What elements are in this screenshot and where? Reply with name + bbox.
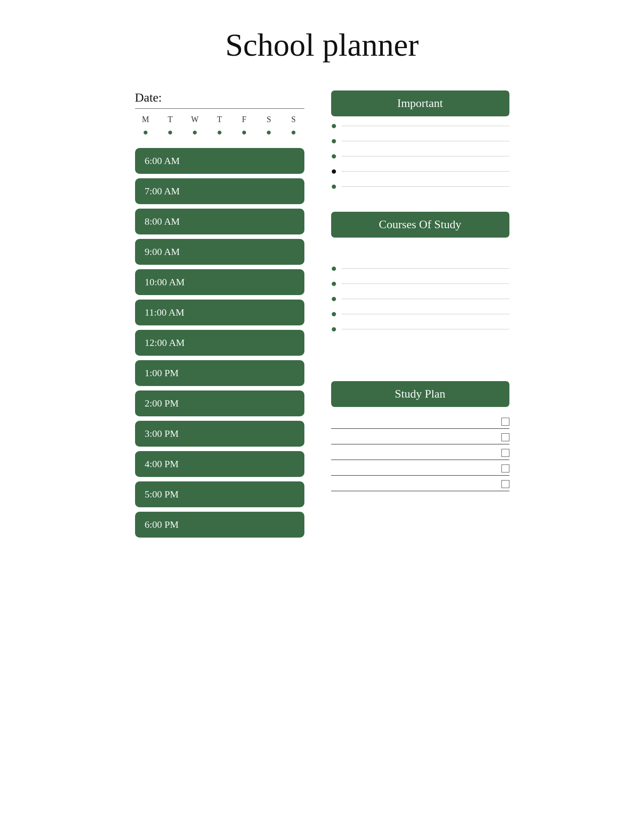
important-bullet-2: ● <box>331 136 509 146</box>
dot-m[interactable] <box>137 127 155 137</box>
bullet-dot-5: ● <box>331 181 337 191</box>
dot-s2[interactable] <box>284 127 302 137</box>
time-slot-600pm: 6:00 PM <box>135 512 304 538</box>
important-bullets: ● ● ● ● ● <box>331 121 509 191</box>
bullet-dot-1: ● <box>331 121 337 131</box>
time-slot-400pm: 4:00 PM <box>135 451 304 477</box>
week-dots <box>135 127 304 137</box>
course-bullet-1: ● <box>331 263 509 273</box>
time-slots: 6:00 AM 7:00 AM 8:00 AM 9:00 AM 10:00 AM… <box>135 148 304 538</box>
bullet-dot-3: ● <box>331 151 337 161</box>
date-label: Date: <box>135 90 304 105</box>
time-slot-1200am: 12:00 AM <box>135 330 304 356</box>
course-dot-2: ● <box>331 279 337 288</box>
course-bullet-3: ● <box>331 294 509 304</box>
time-slot-700am: 7:00 AM <box>135 178 304 204</box>
bullet-line-5 <box>341 186 509 187</box>
time-slot-500pm: 5:00 PM <box>135 481 304 507</box>
courses-header: Courses Of Study <box>331 212 509 238</box>
course-dot-3: ● <box>331 294 337 304</box>
course-line-5 <box>341 329 509 329</box>
time-slot-200pm: 2:00 PM <box>135 390 304 416</box>
weekday-s2: S <box>284 115 302 124</box>
time-slot-600am: 6:00 AM <box>135 148 304 174</box>
left-column: Date: M T W T F S S 6:00 AM <box>135 90 304 538</box>
important-bullet-4: ● <box>331 166 509 176</box>
middle-spacer <box>331 354 509 372</box>
important-bullet-5: ● <box>331 181 509 191</box>
weekday-w: W <box>186 115 204 124</box>
courses-bullets: ● ● ● ● ● <box>331 263 509 334</box>
date-divider <box>135 108 304 109</box>
course-line-2 <box>341 283 509 284</box>
bullet-line-4 <box>341 171 509 172</box>
study-plan-item-4 <box>331 460 509 476</box>
bullet-dot-2: ● <box>331 136 337 146</box>
dot-t2[interactable] <box>210 127 228 137</box>
course-dot-4: ● <box>331 309 337 319</box>
study-plan-items <box>331 413 509 491</box>
page-container: School planner Date: M T W T F S S <box>108 0 536 573</box>
study-plan-section: Study Plan <box>331 381 509 491</box>
course-bullet-2: ● <box>331 279 509 288</box>
time-slot-1000am: 10:00 AM <box>135 269 304 295</box>
study-plan-checkbox-2[interactable] <box>501 433 509 441</box>
bullet-dot-4: ● <box>331 166 337 176</box>
courses-section: Courses Of Study ● ● ● <box>331 212 509 341</box>
time-slot-900am: 9:00 AM <box>135 239 304 265</box>
weekday-t1: T <box>161 115 179 124</box>
main-layout: Date: M T W T F S S 6:00 AM <box>135 90 509 538</box>
study-plan-checkbox-5[interactable] <box>501 480 509 488</box>
bullet-line-1 <box>341 126 509 126</box>
bullet-line-2 <box>341 141 509 141</box>
courses-spacer <box>331 242 509 255</box>
weekday-s1: S <box>260 115 278 124</box>
dot-f[interactable] <box>235 127 253 137</box>
course-bullet-5: ● <box>331 324 509 334</box>
weekday-f: F <box>235 115 253 124</box>
course-bullet-4: ● <box>331 309 509 319</box>
dot-w[interactable] <box>186 127 204 137</box>
bullet-line-3 <box>341 156 509 156</box>
page-title: School planner <box>135 27 509 64</box>
study-plan-checkbox-1[interactable] <box>501 418 509 426</box>
weekday-t2: T <box>210 115 228 124</box>
study-plan-item-1 <box>331 413 509 429</box>
course-dot-1: ● <box>331 263 337 273</box>
important-bullet-1: ● <box>331 121 509 131</box>
weekday-m: M <box>137 115 155 124</box>
study-plan-item-5 <box>331 476 509 491</box>
course-line-4 <box>341 314 509 314</box>
course-line-1 <box>341 268 509 269</box>
dot-t1[interactable] <box>161 127 179 137</box>
right-column: Important ● ● ● ● <box>331 90 509 491</box>
study-plan-checkbox-3[interactable] <box>501 449 509 457</box>
study-plan-header: Study Plan <box>331 381 509 407</box>
study-plan-item-3 <box>331 444 509 460</box>
time-slot-800am: 8:00 AM <box>135 209 304 234</box>
time-slot-1100am: 11:00 AM <box>135 300 304 325</box>
time-slot-300pm: 3:00 PM <box>135 421 304 447</box>
important-header: Important <box>331 90 509 116</box>
week-days: M T W T F S S <box>135 115 304 124</box>
study-plan-checkbox-4[interactable] <box>501 464 509 472</box>
course-dot-5: ● <box>331 324 337 334</box>
study-plan-item-2 <box>331 429 509 444</box>
important-section: Important ● ● ● ● <box>331 90 509 198</box>
course-line-3 <box>341 299 509 299</box>
time-slot-100pm: 1:00 PM <box>135 360 304 386</box>
important-bullet-3: ● <box>331 151 509 161</box>
dot-s1[interactable] <box>260 127 278 137</box>
